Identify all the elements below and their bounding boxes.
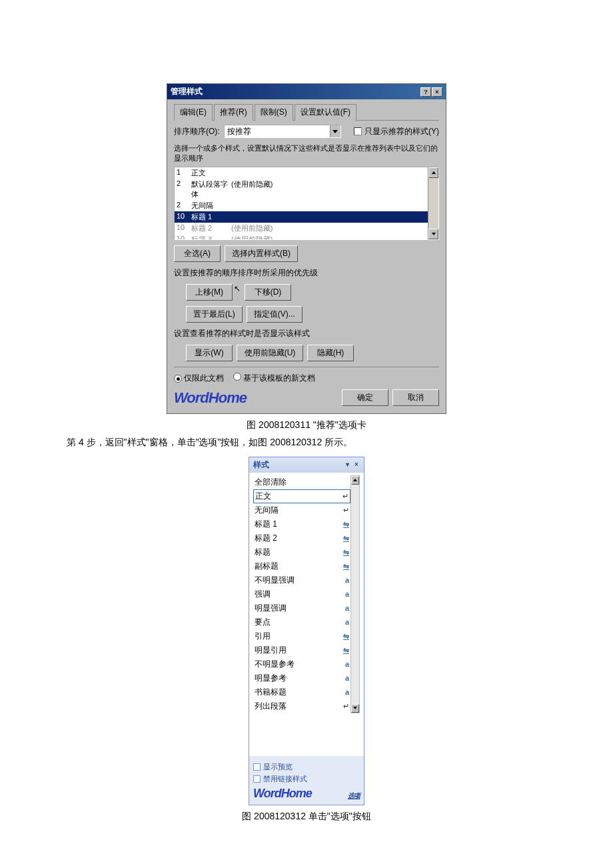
assign-value-button[interactable]: 指定值(V)... xyxy=(247,306,303,323)
style-item[interactable]: 标题 1⇋ xyxy=(253,517,350,531)
dialog-titlebar: 管理样式 ? × xyxy=(167,84,446,99)
radio-template[interactable]: 基于该模板的新文档 xyxy=(233,373,315,384)
style-item[interactable]: 不明显强调a xyxy=(253,573,350,587)
show-button[interactable]: 显示(W) xyxy=(186,345,233,361)
disable-linked-label: 禁用链接样式 xyxy=(263,774,307,784)
pane-close-icon[interactable]: × xyxy=(353,461,360,468)
visibility-section-label: 设置查看推荐的样式时是否显示该样式 xyxy=(174,328,439,339)
tab-edit[interactable]: 编辑(E) xyxy=(174,104,213,121)
close-button[interactable]: × xyxy=(432,87,442,97)
style-item[interactable]: 正文↵ xyxy=(253,489,350,503)
style-item[interactable]: 明显引用⇋ xyxy=(253,643,350,657)
watermark-logo-2: WordHome xyxy=(253,787,312,801)
style-item[interactable]: 强调a xyxy=(253,587,350,601)
manage-styles-dialog: 管理样式 ? × 编辑(E) 推荐(R) 限制(S) 设置默认值(F) 排序顺序… xyxy=(167,83,446,414)
cancel-button[interactable]: 取消 xyxy=(392,389,439,406)
scroll-down-button[interactable] xyxy=(428,229,438,239)
style-item[interactable]: 明显强调a xyxy=(253,601,350,615)
tab-recommend[interactable]: 推荐(R) xyxy=(214,104,253,121)
style-item[interactable]: 不明显参考a xyxy=(253,657,350,671)
styles-pane-title: 样式 xyxy=(253,459,269,471)
scroll-up-button[interactable] xyxy=(428,167,438,178)
style-item[interactable]: 无间隔↵ xyxy=(253,503,350,517)
hide-button[interactable]: 隐藏(H) xyxy=(307,345,354,361)
hide-until-used-button[interactable]: 使用前隐藏(U) xyxy=(237,345,303,361)
help-button[interactable]: ? xyxy=(420,87,431,97)
show-preview-label: 显示预览 xyxy=(263,762,293,772)
cursor-icon: ↖ xyxy=(234,284,241,301)
sort-order-select[interactable] xyxy=(224,125,341,138)
list-item[interactable]: 1正文 xyxy=(175,167,428,179)
tab-defaults[interactable]: 设置默认值(F) xyxy=(295,104,356,121)
dialog-title: 管理样式 xyxy=(171,86,420,97)
options-link[interactable]: 选项 xyxy=(348,791,360,801)
tab-restrict[interactable]: 限制(S) xyxy=(255,104,293,121)
list-item[interactable]: 2默认段落字体(使用前隐藏) xyxy=(175,179,428,200)
list-item[interactable]: 2无间隔 xyxy=(175,200,428,211)
sort-order-input[interactable] xyxy=(225,125,330,137)
move-down-button[interactable]: 下移(D) xyxy=(245,284,291,301)
style-item[interactable]: 标题⇋ xyxy=(253,545,350,559)
instruction-text: 选择一个或多个样式，设置默认情况下这些样式是否显示在推荐列表中以及它们的显示顺序 xyxy=(174,143,439,164)
style-item[interactable]: 标题 2⇋ xyxy=(253,531,350,545)
style-item[interactable]: 列出段落↵ xyxy=(253,699,350,713)
dropdown-icon[interactable] xyxy=(330,125,340,137)
style-item[interactable]: 副标题⇋ xyxy=(253,559,350,573)
sort-order-label: 排序顺序(O): xyxy=(174,126,220,137)
list-item[interactable]: 10标题 2(使用前隐藏) xyxy=(175,223,428,234)
pane-menu-icon[interactable]: ▾ xyxy=(344,461,350,468)
style-item[interactable]: 引用⇋ xyxy=(253,629,350,643)
show-recommended-checkbox[interactable] xyxy=(354,127,362,135)
styles-scrollbar[interactable] xyxy=(350,475,360,713)
style-item[interactable]: 书籍标题a xyxy=(253,685,350,699)
watermark-logo: WordHome xyxy=(174,389,247,407)
figure-caption-1: 图 2008120311 "推荐"选项卡 xyxy=(0,419,613,431)
clear-all-item[interactable]: 全部清除 xyxy=(253,475,350,489)
list-item[interactable]: 10标题 1 xyxy=(175,211,428,223)
step-4-text: 第 4 步，返回"样式"窗格，单击"选项"按钮，如图 2008120312 所示… xyxy=(0,437,613,449)
show-recommended-label: 只显示推荐的样式(Y) xyxy=(364,126,439,137)
figure-caption-2: 图 2008120312 单击"选项"按钮 xyxy=(0,811,613,823)
tab-strip: 编辑(E) 推荐(R) 限制(S) 设置默认值(F) xyxy=(174,103,439,121)
move-last-button[interactable]: 置于最后(L) xyxy=(186,306,243,323)
show-preview-checkbox[interactable] xyxy=(253,763,261,771)
disable-linked-checkbox[interactable] xyxy=(253,775,261,783)
styles-pane-header: 样式 ▾ × xyxy=(249,457,364,473)
select-builtin-button[interactable]: 选择内置样式(B) xyxy=(225,245,298,262)
ok-button[interactable]: 确定 xyxy=(342,389,388,406)
styles-pane: 样式 ▾ × 全部清除 正文↵无间隔↵标题 1⇋标题 2⇋标题⇋副标题⇋不明显强… xyxy=(249,457,364,805)
radio-this-doc[interactable]: 仅限此文档 xyxy=(174,373,224,384)
move-up-button[interactable]: 上移(M) xyxy=(186,284,233,301)
styles-listbox[interactable]: 1正文2默认段落字体(使用前隐藏)2无间隔10标题 110标题 2(使用前隐藏)… xyxy=(174,167,439,240)
select-all-button[interactable]: 全选(A) xyxy=(174,245,221,262)
scrollbar[interactable] xyxy=(428,167,438,239)
style-item[interactable]: 要点a xyxy=(253,615,350,629)
style-item[interactable]: 明显参考a xyxy=(253,671,350,685)
priority-section-label: 设置按推荐的顺序排序时所采用的优先级 xyxy=(174,267,439,279)
list-item[interactable]: 10标题 3(使用前隐藏) xyxy=(175,234,428,239)
